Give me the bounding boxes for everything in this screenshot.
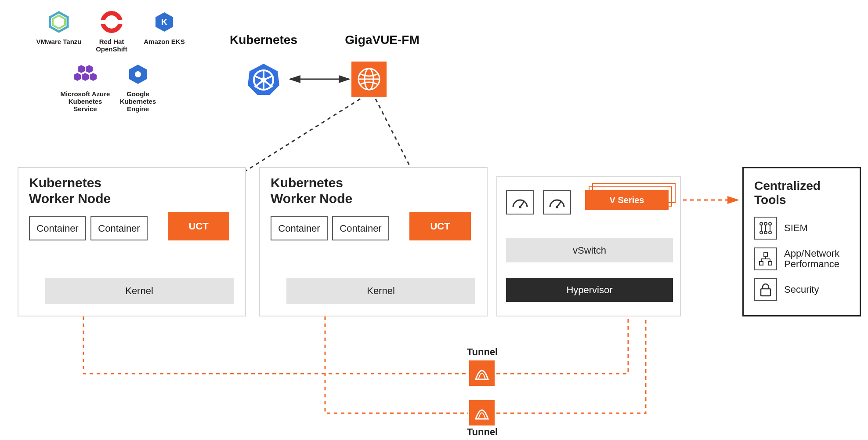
logo-label: Amazon EKS [144,38,184,45]
container-box: Container [332,216,389,240]
tool-security: Security [754,278,849,301]
svg-marker-13 [86,65,93,73]
svg-point-37 [769,222,771,225]
logo-vmware-tanzu: VMware Tanzu [33,9,85,53]
kernel-bar: Kernel [45,278,234,304]
container-box: Container [271,216,328,240]
gigavue-fm-heading: GigaVUE-FM [338,33,426,47]
svg-marker-16 [90,73,97,81]
svg-marker-15 [82,73,89,81]
svg-text:K: K [161,17,168,27]
centralized-tools-title: Centralized Tools [754,179,849,207]
vseries-box: V Series [585,190,669,210]
gigavue-fm-icon [351,62,387,97]
worker-node-title: Kubernetes Worker Node [271,175,352,207]
tool-label: App/Network Performance [784,248,839,269]
svg-rect-46 [768,262,772,265]
logo-label: Microsoft Azure Kubenetes Service [61,90,110,113]
eks-icon: K [151,9,177,35]
kubernetes-heading: Kubernetes [220,33,307,47]
svg-point-34 [556,206,558,208]
logo-gke: Google Kubernetes Engine [112,61,164,113]
worker-node-panel-2: Kubernetes Worker Node Container Contain… [259,167,488,316]
svg-point-40 [769,231,771,234]
logo-openshift: Red Hat OpenShift [85,9,138,53]
uct-box: UCT [168,212,229,240]
aks-icon [72,61,98,87]
tunnel-icon [469,360,495,386]
logo-eks: K Amazon EKS [138,9,191,53]
svg-point-27 [261,77,266,83]
vseries-panel: V Series vSwitch Hypervisor [496,176,681,316]
centralized-tools-panel: Centralized Tools SIEM [742,167,861,316]
svg-marker-12 [78,65,85,73]
hypervisor-bar: Hypervisor [506,278,673,302]
provider-logo-grid: VMware Tanzu Red Hat OpenShift K Amazon … [33,9,191,120]
worker-node-panel-1: Kubernetes Worker Node Container Contain… [18,167,246,316]
tool-performance: App/Network Performance [754,247,849,270]
logo-label: Google Kubernetes Engine [120,90,156,113]
svg-point-36 [764,222,767,225]
tool-label: Security [784,284,819,295]
openshift-icon [98,9,125,35]
svg-rect-9 [100,20,123,24]
tool-siem: SIEM [754,217,849,240]
tunnel-icon [469,400,495,425]
kubernetes-icon [246,62,281,97]
svg-point-39 [764,231,767,234]
svg-point-32 [519,206,521,208]
logo-label: Red Hat OpenShift [96,38,127,53]
perf-icon [754,247,777,270]
container-box: Container [29,216,86,240]
tunnel-label: Tunnel [460,346,504,358]
tunnel-label: Tunnel [460,426,504,438]
logo-aks: Microsoft Azure Kubenetes Service [59,61,112,113]
svg-point-35 [760,222,763,225]
gauge-icon [543,190,571,215]
gke-icon [125,61,151,87]
uct-box: UCT [409,212,471,240]
logo-label: VMware Tanzu [36,38,81,45]
tool-label: SIEM [784,223,808,233]
gauge-icon [506,190,534,215]
container-box: Container [90,216,148,240]
svg-rect-51 [761,289,770,296]
svg-marker-7 [53,15,65,29]
kernel-bar: Kernel [286,278,475,304]
vswitch-bar: vSwitch [506,238,673,262]
diagram-canvas: VMware Tanzu Red Hat OpenShift K Amazon … [0,0,868,440]
svg-point-18 [135,71,141,77]
tanzu-icon [46,9,72,35]
lock-icon [754,278,777,301]
siem-icon [754,217,777,240]
svg-marker-14 [74,73,81,81]
svg-rect-45 [760,262,763,265]
svg-point-38 [760,231,763,234]
svg-rect-44 [764,253,767,256]
worker-node-title: Kubernetes Worker Node [29,175,111,207]
